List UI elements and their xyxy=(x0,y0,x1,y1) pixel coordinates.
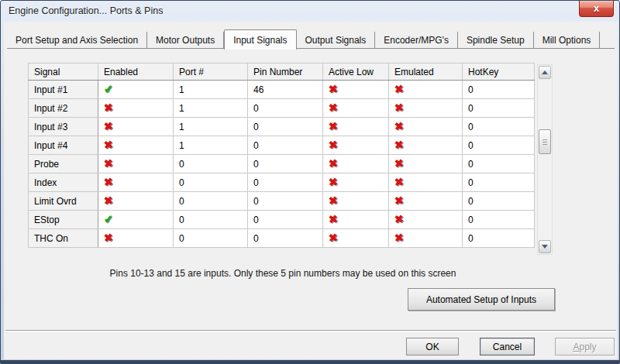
cell-pin[interactable]: 0 xyxy=(248,99,323,118)
tab-spindle-setup[interactable]: Spindle Setup xyxy=(458,32,534,49)
tab-mill-options[interactable]: Mill Options xyxy=(534,32,601,49)
row-header-input-1: Input #1 xyxy=(29,81,98,99)
column-header-enabled: Enabled xyxy=(98,64,174,81)
cell-port[interactable]: 0 xyxy=(174,192,248,211)
column-header-emulated: Emulated xyxy=(389,64,463,81)
tab-strip: Port Setup and Axis SelectionMotor Outpu… xyxy=(7,29,615,49)
ok-button[interactable]: OK xyxy=(406,338,459,355)
cross-icon xyxy=(328,232,338,243)
cell-emulated[interactable] xyxy=(389,173,463,192)
cross-icon xyxy=(394,120,404,132)
cross-icon xyxy=(394,232,404,243)
table-row: Input #4 1 0 0 xyxy=(29,136,535,155)
tab-input-signals[interactable]: Input Signals xyxy=(224,29,296,50)
cross-icon xyxy=(394,139,404,150)
tab-encoder-mpgs[interactable]: Encoder/MPG's xyxy=(375,32,458,49)
cross-icon xyxy=(328,194,338,206)
cell-active-low[interactable] xyxy=(323,118,389,136)
input-signals-grid: Signal Enabled Port # Pin Number Active … xyxy=(28,63,535,248)
cell-port[interactable]: 1 xyxy=(174,99,248,118)
cell-pin[interactable]: 0 xyxy=(248,155,323,173)
cell-port[interactable]: 0 xyxy=(174,229,248,248)
cell-hotkey[interactable]: 0 xyxy=(463,229,535,248)
cell-hotkey[interactable]: 0 xyxy=(463,99,535,118)
cell-active-low[interactable] xyxy=(323,99,389,118)
cell-active-low[interactable] xyxy=(323,173,389,192)
cell-active-low[interactable] xyxy=(323,211,389,229)
row-header-limit-ovrd: Limit Ovrd xyxy=(29,192,98,211)
cancel-button[interactable]: Cancel xyxy=(480,338,535,355)
scrollbar-up-button[interactable] xyxy=(539,66,551,79)
cell-active-low[interactable] xyxy=(323,229,389,248)
cell-emulated[interactable] xyxy=(389,99,463,118)
cell-enabled[interactable] xyxy=(98,99,174,118)
cell-enabled[interactable] xyxy=(98,211,174,229)
cross-icon xyxy=(328,120,338,132)
cell-enabled[interactable] xyxy=(98,173,174,192)
cross-icon xyxy=(328,83,338,94)
cell-enabled[interactable] xyxy=(98,118,174,136)
grid-header-row: Signal Enabled Port # Pin Number Active … xyxy=(29,64,535,81)
tab-output-signals[interactable]: Output Signals xyxy=(297,32,376,49)
cell-port[interactable]: 1 xyxy=(174,136,248,155)
automated-setup-button[interactable]: Automated Setup of Inputs xyxy=(408,288,555,311)
column-header-signal: Signal xyxy=(29,64,98,81)
cell-hotkey[interactable]: 0 xyxy=(463,173,535,192)
cell-hotkey[interactable]: 0 xyxy=(463,211,535,229)
cell-enabled[interactable] xyxy=(98,136,174,155)
cell-enabled[interactable] xyxy=(98,229,174,248)
cell-pin[interactable]: 0 xyxy=(248,173,323,192)
cell-emulated[interactable] xyxy=(389,192,463,211)
cell-pin[interactable]: 0 xyxy=(248,229,323,248)
cell-emulated[interactable] xyxy=(389,155,463,173)
cell-emulated[interactable] xyxy=(389,211,463,229)
cell-active-low[interactable] xyxy=(323,136,389,155)
row-header-thc-on: THC On xyxy=(29,229,98,248)
scrollbar-down-button[interactable] xyxy=(539,240,551,253)
cell-hotkey[interactable]: 0 xyxy=(463,81,535,99)
cell-hotkey[interactable]: 0 xyxy=(463,136,535,155)
cross-icon xyxy=(103,157,113,169)
cell-pin[interactable]: 0 xyxy=(248,118,323,136)
cell-emulated[interactable] xyxy=(389,229,463,248)
row-header-input-2: Input #2 xyxy=(29,99,98,118)
cell-pin[interactable]: 0 xyxy=(248,136,323,155)
cell-pin[interactable]: 0 xyxy=(248,192,323,211)
cell-active-low[interactable] xyxy=(323,155,389,173)
cross-icon xyxy=(394,213,404,225)
cross-icon xyxy=(394,101,404,113)
column-header-pin-number: Pin Number xyxy=(248,64,323,81)
cell-hotkey[interactable]: 0 xyxy=(463,192,535,211)
vertical-scrollbar[interactable] xyxy=(537,64,553,255)
cell-port[interactable]: 0 xyxy=(174,211,248,229)
cell-port[interactable]: 0 xyxy=(174,173,248,192)
cell-pin[interactable]: 0 xyxy=(248,211,323,229)
cell-enabled[interactable] xyxy=(98,155,174,173)
column-header-hotkey: HotKey xyxy=(463,64,535,81)
cross-icon xyxy=(103,101,113,113)
cell-port[interactable]: 1 xyxy=(174,118,248,136)
cell-hotkey[interactable]: 0 xyxy=(463,118,535,136)
title-bar[interactable]: Engine Configuration... Ports & Pins x xyxy=(1,1,619,22)
cell-pin[interactable]: 46 xyxy=(248,81,323,99)
cell-enabled[interactable] xyxy=(98,192,174,211)
cell-emulated[interactable] xyxy=(389,81,463,99)
tab-motor-outputs[interactable]: Motor Outputs xyxy=(147,32,224,49)
check-icon xyxy=(103,83,113,94)
cell-active-low[interactable] xyxy=(323,192,389,211)
cell-port[interactable]: 1 xyxy=(174,81,248,99)
cell-enabled[interactable] xyxy=(98,81,174,99)
cross-icon xyxy=(394,83,404,94)
close-button[interactable]: x xyxy=(579,1,614,17)
tab-port-setup[interactable]: Port Setup and Axis Selection xyxy=(7,32,147,49)
cell-emulated[interactable] xyxy=(389,136,463,155)
cross-icon xyxy=(394,157,404,169)
row-header-index: Index xyxy=(29,173,98,192)
cell-active-low[interactable] xyxy=(323,81,389,99)
cell-emulated[interactable] xyxy=(389,118,463,136)
cell-hotkey[interactable]: 0 xyxy=(463,155,535,173)
cell-port[interactable]: 0 xyxy=(174,155,248,173)
dialog-client-area: Port Setup and Axis SelectionMotor Outpu… xyxy=(4,22,618,359)
scrollbar-thumb[interactable] xyxy=(539,129,551,154)
apply-button[interactable]: Apply xyxy=(555,338,615,355)
